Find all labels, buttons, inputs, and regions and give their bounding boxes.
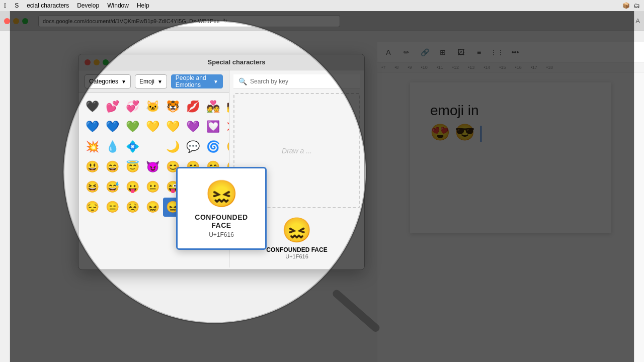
emoji-cell[interactable]: 🐱: [143, 97, 162, 116]
categories-arrow-icon: ▼: [121, 79, 126, 84]
draw-placeholder-text: Draw a ...: [282, 147, 312, 155]
filter-row: Categories ▼ Emoji ▼ People and Emotions…: [78, 70, 229, 93]
dialog-title: Special characters: [115, 58, 358, 66]
emoji-cell[interactable]: 💑: [203, 97, 222, 116]
people-emotions-arrow-icon: ▼: [213, 79, 218, 84]
emoji-cell[interactable]: 😅: [103, 177, 122, 197]
emoji-cell[interactable]: 💟: [203, 117, 222, 136]
filter-categories[interactable]: Categories ▼: [85, 74, 131, 88]
text-cursor: [480, 126, 481, 142]
filter-emoji[interactable]: Emoji ▼: [135, 74, 167, 88]
menu-bar-right-icon2: 🗂: [634, 2, 640, 9]
menu-item-window[interactable]: Window: [107, 2, 129, 9]
menu-item-develop[interactable]: Develop: [77, 2, 99, 9]
toolbar-icons: A: [635, 17, 640, 25]
doc-emoji-2: 😎: [455, 123, 475, 141]
emoji-cell[interactable]: 😆: [83, 177, 102, 197]
toolbar-link[interactable]: 🔗: [418, 45, 432, 59]
emoji-cell[interactable]: 🐯: [163, 97, 182, 116]
menu-bar:  S ecial characters Develop Window Help…: [0, 0, 644, 11]
emoji-cell[interactable]: 💙: [103, 117, 122, 136]
emoji-cell[interactable]: 🌀: [203, 137, 222, 156]
doc-emoji-1: 😍: [430, 123, 450, 141]
docs-toolbar: A ✏ 🔗 ⊞ 🖼 ≡ ⋮⋮ •••: [377, 42, 644, 62]
emoji-cell[interactable]: 😀: [223, 137, 229, 156]
toolbar-highlight[interactable]: ✏: [399, 45, 414, 59]
toolbar-align[interactable]: ≡: [472, 45, 486, 59]
toolbar-font-color[interactable]: A: [381, 45, 395, 59]
emoji-cell[interactable]: 💧: [103, 137, 122, 156]
minimize-button[interactable]: [13, 18, 19, 24]
menu-bar-right-icon1: 📦: [622, 2, 630, 9]
emoji-cell[interactable]: 😛: [123, 177, 142, 197]
emoji-cell[interactable]: 😖: [143, 198, 162, 217]
emoji-cell[interactable]: 🌙: [163, 137, 182, 156]
search-input[interactable]: [250, 78, 355, 85]
ruler-marks: •7 •8 •9 •10 •11 •12 •13 •14 •15 •16 •17…: [381, 65, 553, 70]
emoji-cell[interactable]: 🖤: [83, 97, 102, 116]
emoji-cell[interactable]: 😰: [143, 218, 162, 220]
emoji-cell[interactable]: [143, 137, 162, 156]
address-bar[interactable]: docs.google.com/document/d/1VQKmEwB1p9-Z…: [38, 15, 340, 27]
window-controls: [4, 18, 28, 24]
toolbar-add[interactable]: ⊞: [436, 45, 450, 59]
editor-area: A ✏ 🔗 ⊞ 🖼 ≡ ⋮⋮ ••• •7 •8 •9 •10 •11 •12 …: [377, 42, 644, 362]
close-button[interactable]: [4, 18, 10, 24]
emoji-cell[interactable]: 😃: [83, 157, 102, 176]
emoji-cell[interactable]: 💚: [123, 117, 142, 136]
emoji-cell[interactable]: 😨: [123, 218, 142, 220]
menu-item-script[interactable]: S: [15, 2, 19, 9]
emoji-cell[interactable]: 💛: [143, 117, 162, 136]
emoji-cell[interactable]: 😄: [103, 157, 122, 176]
emoji-cell[interactable]: 💢: [223, 117, 229, 136]
dialog-search-bar: 🔍: [233, 74, 360, 89]
emoji-cell[interactable]: 😧: [83, 218, 102, 220]
toolbar-more[interactable]: •••: [508, 45, 522, 59]
tooltip-emoji: 😖: [186, 178, 257, 209]
emoji-arrow-icon: ▼: [157, 79, 163, 84]
toolbar-image[interactable]: 🖼: [454, 45, 468, 59]
emoji-tooltip: 😖 CONFOUNDED FACE U+1F616: [176, 167, 267, 250]
emoji-cell[interactable]: 💠: [123, 137, 142, 156]
emoji-cell[interactable]: 💋: [183, 97, 202, 116]
doc-page: emoji in 😍 😎: [410, 82, 611, 233]
doc-content: emoji in: [430, 103, 591, 119]
address-text: docs.google.com/document/d/1VQKmEwB1p9-Z…: [43, 18, 220, 24]
apple-menu[interactable]: : [4, 2, 7, 10]
emoji-cell[interactable]: 💬: [183, 137, 202, 156]
emoji-cell[interactable]: 😑: [103, 198, 122, 217]
dialog-maximize-btn[interactable]: [103, 59, 109, 65]
emoji-cell[interactable]: 😐: [143, 177, 162, 197]
doc-emojis: 😍 😎: [430, 123, 591, 142]
dialog-minimize-btn[interactable]: [94, 59, 100, 65]
emoji-cell[interactable]: 💙: [83, 117, 102, 136]
emoji-cell[interactable]: 😇: [123, 157, 142, 176]
menu-item-special-chars[interactable]: ecial characters: [27, 2, 69, 9]
menu-item-help[interactable]: Help: [137, 2, 149, 9]
emoji-cell[interactable]: 💥: [83, 137, 102, 156]
tooltip-code: U+1F616: [186, 231, 257, 238]
svg-line-1: [337, 294, 376, 328]
ruler: •7 •8 •9 •10 •11 •12 •13 •14 •15 •16 •17…: [377, 62, 644, 72]
filter-people-emotions[interactable]: People and Emotions ▼: [171, 74, 223, 88]
emoji-cell[interactable]: 💕: [103, 97, 122, 116]
maximize-button[interactable]: [22, 18, 28, 24]
emoji-cell[interactable]: 💏: [223, 97, 229, 116]
toolbar-list[interactable]: ⋮⋮: [490, 45, 504, 59]
emoji-cell[interactable]: 😦: [103, 218, 122, 220]
tooltip-name: CONFOUNDED FACE: [186, 213, 257, 229]
emoji-cell[interactable]: 😈: [143, 157, 162, 176]
browser-toolbar: docs.google.com/document/d/1VQKmEwB1p9-Z…: [0, 11, 644, 31]
preview-code: U+1F616: [237, 253, 356, 259]
dialog-window-controls: [85, 59, 109, 65]
main-content: docs.google.com/document/d/1VQKmEwB1p9-Z…: [0, 11, 644, 362]
emoji-cell[interactable]: 😔: [83, 198, 102, 217]
reload-icon[interactable]: ↻: [223, 18, 227, 24]
emoji-cell[interactable]: 💜: [183, 117, 202, 136]
emoji-cell[interactable]: 💛: [163, 117, 182, 136]
emoji-cell[interactable]: 😣: [123, 198, 142, 217]
dialog-close-btn[interactable]: [85, 59, 91, 65]
emoji-cell[interactable]: 💞: [123, 97, 142, 116]
dialog-title-bar: Special characters: [78, 54, 364, 70]
toolbar-icon-a[interactable]: A: [635, 17, 640, 25]
